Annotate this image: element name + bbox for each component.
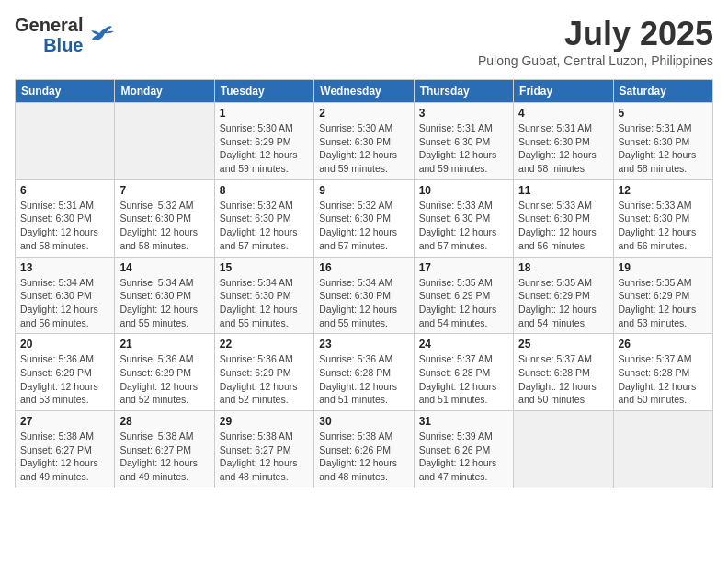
day-number: 29 — [220, 415, 309, 428]
day-number: 3 — [419, 107, 508, 120]
day-of-week-header: Wednesday — [314, 80, 414, 103]
calendar-day-cell: 8Sunrise: 5:32 AM Sunset: 6:30 PM Daylig… — [214, 179, 313, 257]
day-number: 2 — [319, 107, 408, 120]
calendar-day-cell: 25Sunrise: 5:37 AM Sunset: 6:28 PM Dayli… — [514, 334, 613, 411]
calendar-day-cell — [613, 411, 712, 488]
calendar-day-cell — [514, 411, 613, 488]
calendar-day-cell: 7Sunrise: 5:32 AM Sunset: 6:30 PM Daylig… — [115, 179, 214, 257]
day-number: 9 — [319, 184, 408, 197]
calendar-day-cell: 10Sunrise: 5:33 AM Sunset: 6:30 PM Dayli… — [414, 179, 513, 257]
day-number: 11 — [518, 184, 608, 197]
day-of-week-header: Sunday — [16, 80, 115, 103]
day-detail: Sunrise: 5:31 AM Sunset: 6:30 PM Dayligh… — [419, 121, 508, 176]
day-detail: Sunrise: 5:32 AM Sunset: 6:30 PM Dayligh… — [220, 199, 309, 253]
day-detail: Sunrise: 5:31 AM Sunset: 6:30 PM Dayligh… — [20, 199, 109, 253]
month-year-title: July 2025 — [478, 15, 713, 53]
day-detail: Sunrise: 5:38 AM Sunset: 6:27 PM Dayligh… — [119, 430, 209, 484]
calendar-day-cell: 15Sunrise: 5:34 AM Sunset: 6:30 PM Dayli… — [214, 257, 313, 334]
calendar-day-cell: 24Sunrise: 5:37 AM Sunset: 6:28 PM Dayli… — [414, 334, 513, 411]
day-detail: Sunrise: 5:32 AM Sunset: 6:30 PM Dayligh… — [119, 199, 209, 253]
day-detail: Sunrise: 5:38 AM Sunset: 6:27 PM Dayligh… — [20, 430, 109, 484]
calendar-day-cell: 17Sunrise: 5:35 AM Sunset: 6:29 PM Dayli… — [414, 257, 513, 334]
calendar-day-cell: 23Sunrise: 5:36 AM Sunset: 6:28 PM Dayli… — [314, 334, 414, 411]
logo-blue: Blue — [43, 35, 83, 55]
day-detail: Sunrise: 5:38 AM Sunset: 6:26 PM Dayligh… — [319, 430, 408, 484]
calendar-day-cell — [16, 103, 115, 180]
page-header: General Blue July 2025 Pulong Gubat, Cen… — [15, 15, 713, 68]
day-detail: Sunrise: 5:36 AM Sunset: 6:28 PM Dayligh… — [319, 352, 408, 407]
calendar-day-cell: 21Sunrise: 5:36 AM Sunset: 6:29 PM Dayli… — [115, 334, 214, 411]
day-number: 25 — [518, 338, 608, 350]
day-of-week-header: Saturday — [613, 80, 712, 103]
day-detail: Sunrise: 5:30 AM Sunset: 6:29 PM Dayligh… — [220, 121, 309, 176]
day-of-week-header: Friday — [514, 80, 613, 103]
day-number: 20 — [20, 338, 109, 350]
calendar-day-cell: 12Sunrise: 5:33 AM Sunset: 6:30 PM Dayli… — [613, 179, 712, 257]
day-detail: Sunrise: 5:33 AM Sunset: 6:30 PM Dayligh… — [619, 199, 708, 253]
logo-general: General — [15, 15, 83, 35]
day-of-week-header: Tuesday — [214, 80, 313, 103]
calendar-day-cell: 31Sunrise: 5:39 AM Sunset: 6:26 PM Dayli… — [414, 411, 513, 488]
logo: General Blue — [15, 15, 114, 55]
day-detail: Sunrise: 5:34 AM Sunset: 6:30 PM Dayligh… — [20, 276, 109, 330]
day-detail: Sunrise: 5:36 AM Sunset: 6:29 PM Dayligh… — [20, 352, 109, 407]
day-number: 15 — [220, 261, 309, 274]
calendar-week-row: 27Sunrise: 5:38 AM Sunset: 6:27 PM Dayli… — [16, 411, 713, 488]
day-detail: Sunrise: 5:37 AM Sunset: 6:28 PM Dayligh… — [518, 352, 608, 407]
calendar-day-cell: 29Sunrise: 5:38 AM Sunset: 6:27 PM Dayli… — [214, 411, 313, 488]
day-number: 4 — [518, 107, 608, 120]
calendar-day-cell: 14Sunrise: 5:34 AM Sunset: 6:30 PM Dayli… — [115, 257, 214, 334]
day-detail: Sunrise: 5:35 AM Sunset: 6:29 PM Dayligh… — [419, 276, 508, 330]
day-number: 22 — [220, 338, 309, 350]
day-detail: Sunrise: 5:30 AM Sunset: 6:30 PM Dayligh… — [319, 121, 408, 176]
day-number: 31 — [419, 415, 508, 428]
calendar-day-cell: 13Sunrise: 5:34 AM Sunset: 6:30 PM Dayli… — [16, 257, 115, 334]
day-detail: Sunrise: 5:38 AM Sunset: 6:27 PM Dayligh… — [220, 430, 309, 484]
day-number: 21 — [119, 338, 209, 350]
calendar-week-row: 1Sunrise: 5:30 AM Sunset: 6:29 PM Daylig… — [16, 103, 713, 180]
day-number: 14 — [119, 261, 209, 274]
day-number: 24 — [419, 338, 508, 350]
calendar-day-cell: 9Sunrise: 5:32 AM Sunset: 6:30 PM Daylig… — [314, 179, 414, 257]
calendar-day-cell: 11Sunrise: 5:33 AM Sunset: 6:30 PM Dayli… — [514, 179, 613, 257]
day-of-week-header: Monday — [115, 80, 214, 103]
calendar-day-cell: 26Sunrise: 5:37 AM Sunset: 6:28 PM Dayli… — [613, 334, 712, 411]
calendar-week-row: 20Sunrise: 5:36 AM Sunset: 6:29 PM Dayli… — [16, 334, 713, 411]
calendar-header-row: SundayMondayTuesdayWednesdayThursdayFrid… — [16, 80, 713, 103]
day-detail: Sunrise: 5:31 AM Sunset: 6:30 PM Dayligh… — [619, 121, 708, 176]
day-number: 10 — [419, 184, 508, 197]
day-detail: Sunrise: 5:32 AM Sunset: 6:30 PM Dayligh… — [319, 199, 408, 253]
day-number: 7 — [119, 184, 209, 197]
day-detail: Sunrise: 5:37 AM Sunset: 6:28 PM Dayligh… — [419, 352, 508, 407]
calendar-table: SundayMondayTuesdayWednesdayThursdayFrid… — [15, 79, 713, 488]
day-number: 13 — [20, 261, 109, 274]
day-number: 5 — [619, 107, 708, 120]
day-detail: Sunrise: 5:33 AM Sunset: 6:30 PM Dayligh… — [419, 199, 508, 253]
location-subtitle: Pulong Gubat, Central Luzon, Philippines — [478, 53, 713, 68]
day-number: 23 — [319, 338, 408, 350]
calendar-day-cell — [115, 103, 214, 180]
day-number: 28 — [119, 415, 209, 428]
day-detail: Sunrise: 5:37 AM Sunset: 6:28 PM Dayligh… — [619, 352, 708, 407]
calendar-day-cell: 20Sunrise: 5:36 AM Sunset: 6:29 PM Dayli… — [16, 334, 115, 411]
day-detail: Sunrise: 5:31 AM Sunset: 6:30 PM Dayligh… — [518, 121, 608, 176]
calendar-day-cell: 16Sunrise: 5:34 AM Sunset: 6:30 PM Dayli… — [314, 257, 414, 334]
calendar-day-cell: 1Sunrise: 5:30 AM Sunset: 6:29 PM Daylig… — [214, 103, 313, 180]
calendar-week-row: 6Sunrise: 5:31 AM Sunset: 6:30 PM Daylig… — [16, 179, 713, 257]
day-number: 18 — [518, 261, 608, 274]
day-detail: Sunrise: 5:35 AM Sunset: 6:29 PM Dayligh… — [619, 276, 708, 330]
day-detail: Sunrise: 5:33 AM Sunset: 6:30 PM Dayligh… — [518, 199, 608, 253]
day-detail: Sunrise: 5:35 AM Sunset: 6:29 PM Dayligh… — [518, 276, 608, 330]
day-number: 1 — [220, 107, 309, 120]
day-detail: Sunrise: 5:34 AM Sunset: 6:30 PM Dayligh… — [319, 276, 408, 330]
day-of-week-header: Thursday — [414, 80, 513, 103]
calendar-day-cell: 28Sunrise: 5:38 AM Sunset: 6:27 PM Dayli… — [115, 411, 214, 488]
day-number: 26 — [619, 338, 708, 350]
calendar-day-cell: 30Sunrise: 5:38 AM Sunset: 6:26 PM Dayli… — [314, 411, 414, 488]
calendar-day-cell: 18Sunrise: 5:35 AM Sunset: 6:29 PM Dayli… — [514, 257, 613, 334]
title-block: July 2025 Pulong Gubat, Central Luzon, P… — [478, 15, 713, 68]
day-number: 19 — [619, 261, 708, 274]
day-number: 12 — [619, 184, 708, 197]
day-number: 8 — [220, 184, 309, 197]
day-detail: Sunrise: 5:34 AM Sunset: 6:30 PM Dayligh… — [119, 276, 209, 330]
